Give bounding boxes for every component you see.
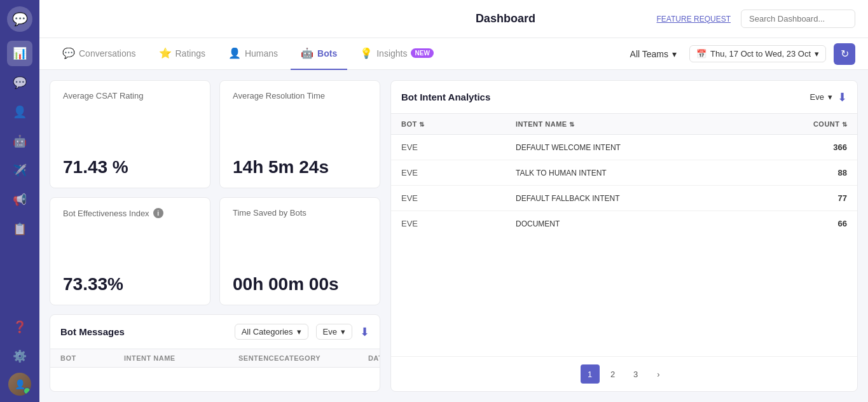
analytics-eve-chevron: ▾: [828, 92, 832, 102]
metrics-top-row: Average CSAT Rating 71.43 % Average Reso…: [50, 80, 380, 188]
sidebar-item-help[interactable]: ❓: [7, 314, 32, 340]
bots-tab-label: Bots: [317, 48, 337, 59]
notifications-icon: 📢: [13, 193, 27, 207]
date-chevron-icon: ▾: [815, 49, 819, 59]
analytics-row-1: EVE DEFAULT WELCOME INTENT 366: [391, 135, 857, 160]
tab-insights[interactable]: 💡 Insights NEW: [350, 38, 444, 70]
analytics-row-4: EVE DOCUMENT 66: [391, 211, 857, 236]
info-icon[interactable]: i: [153, 208, 163, 218]
sidebar: 💬 📊 💬 👤 🤖 ✈️ 📢 📋 ❓ ⚙️ 👤: [0, 0, 39, 402]
left-panel: Average CSAT Rating 71.43 % Average Reso…: [50, 80, 380, 392]
col-intent: INTENT NAME: [124, 354, 238, 362]
tab-ratings[interactable]: ⭐ Ratings: [149, 38, 216, 70]
row1-bot: EVE: [401, 142, 516, 152]
nav-tabs: 💬 Conversations ⭐ Ratings 👤 Humans 🤖 Bot…: [39, 38, 868, 70]
bot-messages-download-button[interactable]: ⬇: [360, 325, 369, 339]
time-saved-label: Time Saved by Bots: [233, 208, 367, 218]
all-categories-label: All Categories: [242, 327, 293, 336]
team-selector[interactable]: All Teams ▾: [625, 46, 682, 62]
bot-intent-analytics-panel: Bot Intent Analytics Eve ▾ ⬇ BOT ⇅ INTEN…: [390, 80, 858, 392]
csat-value: 71.43 %: [63, 157, 197, 177]
row1-count: 366: [783, 142, 847, 152]
analytics-row-2: EVE TALK TO HUMAN INTENT 88: [391, 160, 857, 186]
effectiveness-value: 73.33%: [63, 274, 197, 295]
analytics-col-header: BOT ⇅ INTENT NAME ⇅ COUNT ⇅: [391, 114, 857, 135]
resolution-label: Average Resolution Time: [233, 91, 367, 100]
col-count-header[interactable]: COUNT ⇅: [783, 120, 847, 128]
col-intent-header[interactable]: INTENT NAME ⇅: [516, 120, 783, 128]
time-saved-value: 00h 00m 00s: [233, 274, 367, 295]
sidebar-item-bot[interactable]: 🤖: [7, 128, 32, 154]
eve-dropdown-messages[interactable]: Eve ▾: [316, 324, 352, 340]
row1-intent: DEFAULT WELCOME INTENT: [516, 143, 783, 152]
bot-sort-icon: ⇅: [419, 121, 425, 128]
ratings-tab-label: Ratings: [176, 48, 205, 59]
header: Dashboard FEATURE REQUEST: [39, 0, 868, 38]
bot-messages-card: Bot Messages All Categories ▾ Eve ▾ ⬇ BO…: [50, 314, 380, 392]
analytics-row-3: EVE DEFAULT FALLBACK INTENT 77: [391, 186, 857, 211]
col-bot-header[interactable]: BOT ⇅: [401, 120, 516, 128]
insights-badge: NEW: [411, 48, 433, 58]
logo-icon: 💬: [12, 11, 28, 27]
all-categories-dropdown[interactable]: All Categories ▾: [235, 324, 308, 340]
page-next-button[interactable]: ›: [649, 364, 668, 384]
page-3-button[interactable]: 3: [626, 364, 645, 384]
page-1-button[interactable]: 1: [581, 364, 600, 384]
row3-intent: DEFAULT FALLBACK INTENT: [516, 194, 783, 203]
avatar-face: 👤: [8, 373, 31, 396]
conversations-tab-icon: 💬: [62, 47, 75, 59]
date-selector[interactable]: 📅 Thu, 17 Oct to Wed, 23 Oct ▾: [689, 45, 826, 62]
resolution-card: Average Resolution Time 14h 5m 24s: [219, 80, 380, 188]
bot-messages-table-header: BOT INTENT NAME SENTENCE CATEGORY DATE C…: [50, 349, 380, 368]
feature-request-link[interactable]: FEATURE REQUEST: [657, 15, 731, 24]
sidebar-item-analytics[interactable]: 📊: [7, 41, 32, 66]
settings-icon: ⚙️: [13, 349, 27, 363]
tab-humans[interactable]: 👤 Humans: [218, 38, 288, 70]
page-title: Dashboard: [354, 12, 656, 25]
refresh-button[interactable]: ↻: [834, 43, 855, 65]
intent-sort-icon: ⇅: [569, 121, 575, 128]
sidebar-item-reports[interactable]: 📋: [7, 216, 32, 242]
humans-tab-label: Humans: [245, 48, 278, 59]
avatar[interactable]: 👤: [8, 373, 31, 396]
csat-card: Average CSAT Rating 71.43 %: [50, 80, 210, 188]
team-chevron-icon: ▾: [672, 49, 677, 59]
row2-bot: EVE: [401, 168, 516, 177]
row2-intent: TALK TO HUMAN INTENT: [516, 169, 783, 177]
analytics-download-icon: ⬇: [837, 91, 847, 104]
row4-count: 66: [783, 219, 847, 228]
effectiveness-label-row: Bot Effectiveness Index i: [63, 208, 197, 218]
col-bot: BOT: [60, 354, 124, 362]
row2-count: 88: [783, 168, 847, 177]
sidebar-logo[interactable]: 💬: [7, 6, 32, 32]
pagination: 1 2 3 ›: [391, 356, 857, 391]
effectiveness-label: Bot Effectiveness Index: [63, 209, 149, 218]
analytics-eve-dropdown[interactable]: Eve ▾: [805, 90, 837, 104]
tab-bots[interactable]: 🤖 Bots: [291, 38, 347, 70]
page-2-button[interactable]: 2: [603, 364, 623, 384]
date-range-label: Thu, 17 Oct to Wed, 23 Oct: [710, 49, 811, 59]
sidebar-item-settings[interactable]: ⚙️: [7, 343, 32, 369]
sidebar-item-notifications[interactable]: 📢: [7, 187, 32, 212]
sidebar-item-campaigns[interactable]: ✈️: [7, 158, 32, 183]
sidebar-item-contacts[interactable]: 👤: [7, 99, 32, 125]
search-input[interactable]: [741, 10, 855, 28]
tab-conversations[interactable]: 💬 Conversations: [52, 38, 146, 70]
resolution-value: 14h 5m 24s: [233, 157, 367, 177]
calendar-icon: 📅: [696, 49, 706, 59]
download-icon: ⬇: [360, 326, 369, 338]
row3-count: 77: [783, 193, 847, 203]
count-sort-icon: ⇅: [842, 121, 848, 128]
analytics-title: Bot Intent Analytics: [401, 92, 805, 102]
analytics-icon: 📊: [13, 46, 27, 60]
help-icon: ❓: [13, 320, 27, 334]
col-date: DATE: [368, 354, 380, 362]
nav-right: All Teams ▾ 📅 Thu, 17 Oct to Wed, 23 Oct…: [625, 43, 855, 65]
eve-dropdown-label: Eve: [323, 327, 337, 336]
bot-messages-header: Bot Messages All Categories ▾ Eve ▾ ⬇: [50, 315, 380, 349]
bots-tab-icon: 🤖: [301, 47, 313, 59]
sidebar-item-conversations[interactable]: 💬: [7, 70, 32, 95]
row3-bot: EVE: [401, 193, 516, 203]
analytics-download-button[interactable]: ⬇: [837, 90, 847, 104]
insights-tab-label: Insights: [376, 48, 407, 59]
